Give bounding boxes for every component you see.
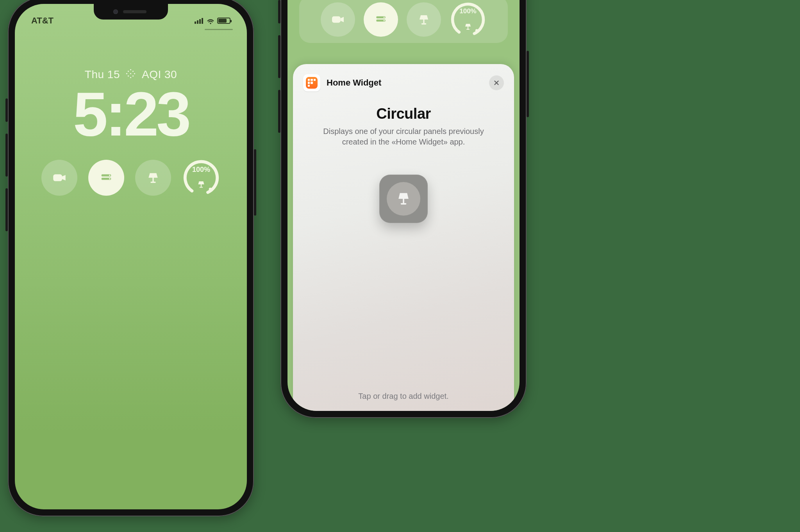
phone-left-frame: AT&T Thu 15: [8, 0, 254, 516]
sheet-body: Circular Displays one of your circular p…: [293, 91, 514, 223]
svg-point-4: [109, 178, 111, 180]
widget-slot-strip[interactable]: 100%: [299, 0, 508, 43]
slot-blinds[interactable]: [364, 2, 398, 37]
status-right: [195, 18, 230, 24]
lamp-icon: [416, 12, 431, 27]
svg-point-3: [109, 175, 111, 176]
battery-icon: [217, 18, 230, 24]
svg-rect-21: [466, 29, 470, 30]
video-camera-icon: [330, 12, 346, 27]
blinds-icon: [98, 170, 114, 186]
svg-point-8: [209, 187, 212, 191]
gauge-value: 100%: [450, 7, 486, 15]
svg-point-14: [384, 17, 385, 18]
widget-battery-gauge[interactable]: 100%: [182, 159, 220, 197]
battery-underline: [205, 29, 233, 30]
clock-time: 5:23: [15, 78, 247, 150]
svg-rect-0: [53, 174, 62, 181]
video-camera-icon: [51, 170, 68, 186]
widget-preview-tile[interactable]: [379, 175, 428, 223]
widget-editor-screen: 100%: [288, 0, 520, 411]
power-button: [254, 149, 256, 216]
widget-type-heading: Circular: [310, 105, 497, 122]
svg-rect-20: [468, 27, 468, 29]
sheet-app-title: Home Widget: [327, 78, 381, 88]
svg-rect-23: [401, 203, 407, 205]
wifi-icon: [206, 18, 214, 24]
lock-screen-widget-row[interactable]: 100%: [15, 159, 247, 197]
svg-rect-5: [152, 178, 154, 182]
volume-switch: [5, 98, 8, 122]
close-button[interactable]: [489, 75, 504, 90]
volume-up-button: [278, 35, 280, 78]
svg-rect-22: [403, 199, 404, 203]
power-button: [527, 51, 529, 117]
blinds-icon: [373, 12, 389, 27]
lamp-icon: [395, 190, 412, 207]
lamp-icon: [145, 170, 161, 186]
widget-picker-sheet: Home Widget Circular Displays one of you…: [293, 64, 514, 411]
widget-camera[interactable]: [41, 160, 77, 196]
lock-screen: AT&T Thu 15: [15, 4, 247, 509]
close-icon: [493, 79, 500, 86]
widget-type-description: Displays one of your circular panels pre…: [310, 126, 497, 147]
svg-rect-9: [201, 184, 202, 187]
slot-camera[interactable]: [321, 2, 355, 37]
gauge-value: 100%: [182, 166, 220, 174]
svg-point-19: [475, 29, 479, 32]
volume-down-button: [278, 90, 280, 133]
svg-rect-11: [332, 16, 341, 23]
widget-lamp[interactable]: [135, 160, 171, 196]
status-bar: AT&T: [15, 11, 247, 30]
svg-rect-10: [200, 187, 203, 187]
gauge-lamp-icon: [196, 180, 206, 191]
volume-down-button: [5, 188, 8, 231]
phone-right-frame: 100%: [280, 0, 527, 418]
svg-rect-16: [423, 20, 424, 23]
svg-point-15: [384, 20, 385, 21]
cellular-signal-icon: [195, 18, 203, 24]
widget-blinds[interactable]: [88, 160, 124, 196]
sheet-footer-hint: Tap or drag to add widget.: [293, 392, 514, 401]
volume-up-button: [5, 134, 8, 177]
svg-rect-17: [421, 23, 427, 25]
slot-gauge[interactable]: 100%: [450, 1, 486, 38]
widget-preview-circle: [387, 182, 420, 216]
svg-rect-6: [150, 182, 155, 183]
home-widget-app-icon: [303, 74, 320, 91]
sheet-header: Home Widget: [293, 64, 514, 91]
carrier-label: AT&T: [31, 16, 54, 26]
slot-lamp[interactable]: [407, 2, 441, 37]
volume-switch: [278, 0, 280, 23]
gauge-lamp-icon: [463, 22, 473, 33]
